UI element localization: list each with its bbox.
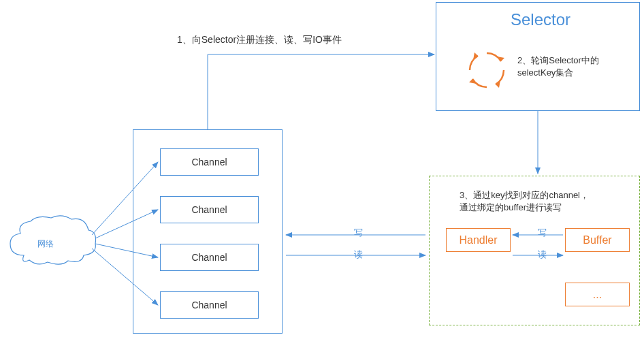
read-label-2: 读 [538, 249, 547, 261]
write-label-2: 写 [538, 227, 547, 239]
svg-line-1 [95, 210, 158, 238]
svg-line-2 [95, 244, 158, 257]
read-label-1: 读 [354, 249, 363, 261]
svg-line-0 [92, 162, 158, 235]
write-label-1: 写 [354, 227, 363, 239]
svg-line-3 [92, 249, 158, 305]
arrows-layer [0, 0, 644, 352]
